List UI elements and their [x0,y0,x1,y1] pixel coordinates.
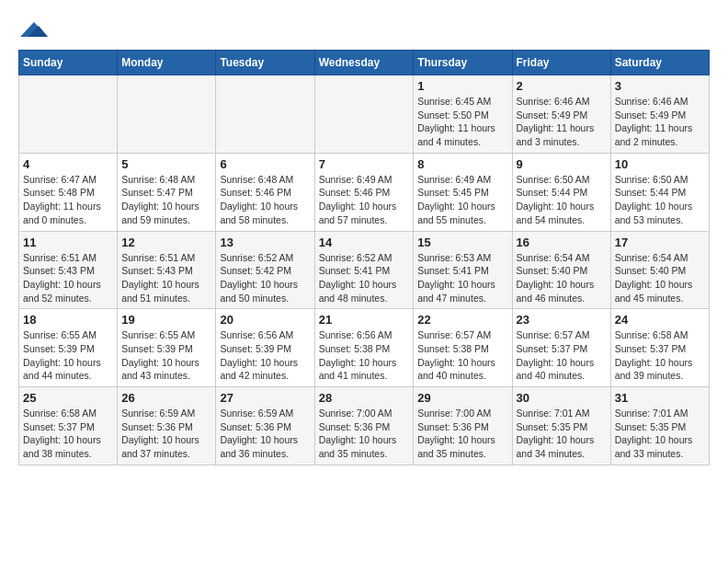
day-info: Sunrise: 6:49 AMSunset: 5:46 PMDaylight:… [319,173,410,227]
day-info: Sunrise: 7:00 AMSunset: 5:36 PMDaylight:… [417,407,507,461]
day-info: Sunrise: 6:51 AMSunset: 5:43 PMDaylight:… [121,251,211,305]
day-info: Sunrise: 6:58 AMSunset: 5:37 PMDaylight:… [615,328,705,383]
day-number: 28 [319,391,410,405]
calendar-day-1: 1Sunrise: 6:45 AMSunset: 5:50 PMDaylight… [414,75,512,154]
calendar-table: SundayMondayTuesdayWednesdayThursdayFrid… [18,50,710,465]
day-number: 9 [517,157,607,171]
day-number: 27 [220,391,310,405]
calendar-week-2: 4Sunrise: 6:47 AMSunset: 5:48 PMDaylight… [19,153,710,231]
day-number: 7 [319,157,410,171]
calendar-day-4: 4Sunrise: 6:47 AMSunset: 5:48 PMDaylight… [19,153,118,231]
day-info: Sunrise: 6:56 AMSunset: 5:39 PMDaylight:… [220,328,310,383]
calendar-day-31: 31Sunrise: 7:01 AMSunset: 5:35 PMDayligh… [610,387,709,465]
calendar-day-21: 21Sunrise: 6:56 AMSunset: 5:38 PMDayligh… [314,309,414,387]
day-info: Sunrise: 6:58 AMSunset: 5:37 PMDaylight:… [23,407,113,461]
calendar-day-28: 28Sunrise: 7:00 AMSunset: 5:36 PMDayligh… [314,387,414,465]
day-number: 21 [319,313,410,327]
day-info: Sunrise: 6:54 AMSunset: 5:40 PMDaylight:… [615,251,705,305]
day-number: 17 [615,236,705,249]
empty-cell [19,75,118,154]
calendar-day-18: 18Sunrise: 6:55 AMSunset: 5:39 PMDayligh… [19,309,118,387]
calendar-day-22: 22Sunrise: 6:57 AMSunset: 5:38 PMDayligh… [414,309,512,387]
day-number: 31 [615,391,705,405]
calendar-day-19: 19Sunrise: 6:55 AMSunset: 5:39 PMDayligh… [118,309,216,387]
day-number: 29 [417,391,507,405]
day-number: 4 [23,157,113,171]
empty-cell [118,75,216,154]
day-header-thursday: Thursday [414,51,512,75]
calendar-day-25: 25Sunrise: 6:58 AMSunset: 5:37 PMDayligh… [19,387,118,465]
logo [18,18,48,40]
empty-cell [314,75,414,154]
day-number: 3 [615,79,705,93]
day-header-sunday: Sunday [19,51,118,75]
day-header-friday: Friday [512,51,610,75]
day-info: Sunrise: 6:56 AMSunset: 5:38 PMDaylight:… [319,328,410,383]
day-header-saturday: Saturday [610,51,709,75]
calendar-week-3: 11Sunrise: 6:51 AMSunset: 5:43 PMDayligh… [19,231,710,309]
day-header-monday: Monday [118,51,216,75]
day-info: Sunrise: 6:59 AMSunset: 5:36 PMDaylight:… [220,407,310,461]
calendar-day-9: 9Sunrise: 6:50 AMSunset: 5:44 PMDaylight… [512,153,610,231]
day-number: 12 [121,236,211,249]
logo-icon [20,18,48,40]
calendar-day-24: 24Sunrise: 6:58 AMSunset: 5:37 PMDayligh… [610,309,709,387]
day-info: Sunrise: 7:00 AMSunset: 5:36 PMDaylight:… [319,407,410,461]
calendar-header: SundayMondayTuesdayWednesdayThursdayFrid… [19,51,710,75]
calendar-day-15: 15Sunrise: 6:53 AMSunset: 5:41 PMDayligh… [414,231,512,309]
calendar-day-12: 12Sunrise: 6:51 AMSunset: 5:43 PMDayligh… [118,231,216,309]
day-info: Sunrise: 6:57 AMSunset: 5:37 PMDaylight:… [517,328,607,383]
calendar-day-2: 2Sunrise: 6:46 AMSunset: 5:49 PMDaylight… [512,75,610,154]
calendar-day-11: 11Sunrise: 6:51 AMSunset: 5:43 PMDayligh… [19,231,118,309]
day-info: Sunrise: 7:01 AMSunset: 5:35 PMDaylight:… [615,407,705,461]
day-number: 11 [23,236,113,249]
day-number: 15 [417,236,507,249]
calendar-day-3: 3Sunrise: 6:46 AMSunset: 5:49 PMDaylight… [610,75,709,154]
calendar-week-4: 18Sunrise: 6:55 AMSunset: 5:39 PMDayligh… [19,309,710,387]
day-number: 25 [23,391,113,405]
day-info: Sunrise: 6:47 AMSunset: 5:48 PMDaylight:… [23,173,113,227]
day-number: 5 [121,157,211,171]
calendar-day-14: 14Sunrise: 6:52 AMSunset: 5:41 PMDayligh… [314,231,414,309]
calendar-day-13: 13Sunrise: 6:52 AMSunset: 5:42 PMDayligh… [216,231,314,309]
day-info: Sunrise: 6:46 AMSunset: 5:49 PMDaylight:… [615,95,705,149]
day-info: Sunrise: 6:59 AMSunset: 5:36 PMDaylight:… [121,407,211,461]
empty-cell [216,75,314,154]
day-number: 14 [319,236,410,249]
calendar-day-8: 8Sunrise: 6:49 AMSunset: 5:45 PMDaylight… [414,153,512,231]
day-info: Sunrise: 6:51 AMSunset: 5:43 PMDaylight:… [23,251,113,305]
day-number: 24 [615,313,705,327]
day-info: Sunrise: 6:55 AMSunset: 5:39 PMDaylight:… [121,328,211,383]
calendar-day-6: 6Sunrise: 6:48 AMSunset: 5:46 PMDaylight… [216,153,314,231]
day-info: Sunrise: 6:52 AMSunset: 5:41 PMDaylight:… [319,251,410,305]
calendar-day-20: 20Sunrise: 6:56 AMSunset: 5:39 PMDayligh… [216,309,314,387]
calendar-body: 1Sunrise: 6:45 AMSunset: 5:50 PMDaylight… [19,75,710,465]
day-header-tuesday: Tuesday [216,51,314,75]
day-info: Sunrise: 7:01 AMSunset: 5:35 PMDaylight:… [517,407,607,461]
day-number: 19 [121,313,211,327]
calendar-day-23: 23Sunrise: 6:57 AMSunset: 5:37 PMDayligh… [512,309,610,387]
day-number: 13 [220,236,310,249]
calendar-week-1: 1Sunrise: 6:45 AMSunset: 5:50 PMDaylight… [19,75,710,154]
day-info: Sunrise: 6:55 AMSunset: 5:39 PMDaylight:… [23,328,113,383]
day-info: Sunrise: 6:48 AMSunset: 5:47 PMDaylight:… [121,173,211,227]
day-info: Sunrise: 6:46 AMSunset: 5:49 PMDaylight:… [517,95,607,149]
day-info: Sunrise: 6:48 AMSunset: 5:46 PMDaylight:… [220,173,310,227]
day-number: 2 [517,79,607,93]
day-number: 18 [23,313,113,327]
day-number: 23 [517,313,607,327]
calendar-day-16: 16Sunrise: 6:54 AMSunset: 5:40 PMDayligh… [512,231,610,309]
day-number: 16 [517,236,607,249]
day-number: 8 [417,157,507,171]
calendar-day-5: 5Sunrise: 6:48 AMSunset: 5:47 PMDaylight… [118,153,216,231]
day-number: 20 [220,313,310,327]
day-number: 10 [615,157,705,171]
day-info: Sunrise: 6:49 AMSunset: 5:45 PMDaylight:… [417,173,507,227]
day-info: Sunrise: 6:53 AMSunset: 5:41 PMDaylight:… [417,251,507,305]
calendar-day-10: 10Sunrise: 6:50 AMSunset: 5:44 PMDayligh… [610,153,709,231]
calendar-day-27: 27Sunrise: 6:59 AMSunset: 5:36 PMDayligh… [216,387,314,465]
day-number: 6 [220,157,310,171]
page-header [18,18,710,40]
calendar-day-29: 29Sunrise: 7:00 AMSunset: 5:36 PMDayligh… [414,387,512,465]
calendar-day-30: 30Sunrise: 7:01 AMSunset: 5:35 PMDayligh… [512,387,610,465]
